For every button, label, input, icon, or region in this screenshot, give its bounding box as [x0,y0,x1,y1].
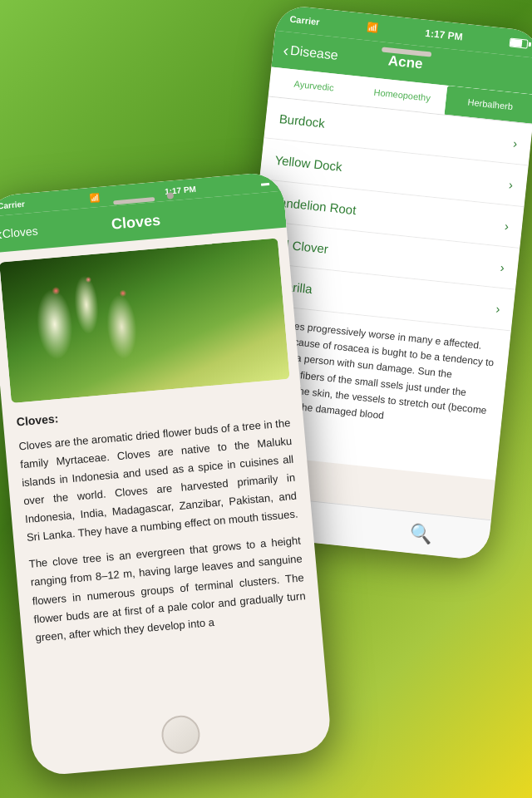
content-paragraph2: The clove tree is an evergreen that grow… [28,532,308,648]
chevron-right-icon: › [504,219,510,233]
content-front: Cloves: Cloves are the aromatic dried fl… [2,388,323,662]
cloves-image-inner [0,238,290,403]
nav-title-front: Cloves [111,211,161,233]
content-paragraph1: Cloves are the aromatic dried flower bud… [18,414,299,548]
back-label-front: Cloves [2,224,38,241]
back-chevron-icon: ‹ [283,42,290,59]
battery-back [510,37,529,48]
chevron-right-icon: › [500,260,505,274]
carrier-back: Carrier [289,14,320,27]
back-button-back[interactable]: ‹ Disease [283,42,339,64]
back-button-front[interactable]: ‹ Cloves [0,221,38,244]
chevron-right-icon: › [495,301,501,315]
carrier-front: Carrier [0,199,25,210]
search-icon[interactable]: 🔍 [409,522,434,546]
home-button-front[interactable] [160,714,202,756]
wifi-icon-back: 📶 [366,22,378,33]
back-label-back: Disease [289,43,338,63]
cloves-image [0,238,290,403]
time-back: 1:17 PM [425,27,464,43]
phone-front: Carrier 📶 1:17 PM ▬ ‹ Cloves Cloves Clov… [0,171,332,777]
chevron-right-icon: › [513,136,519,150]
chevron-right-icon: › [508,177,514,191]
wifi-icon-front: 📶 [90,192,101,202]
battery-front: ▬ [260,178,269,188]
